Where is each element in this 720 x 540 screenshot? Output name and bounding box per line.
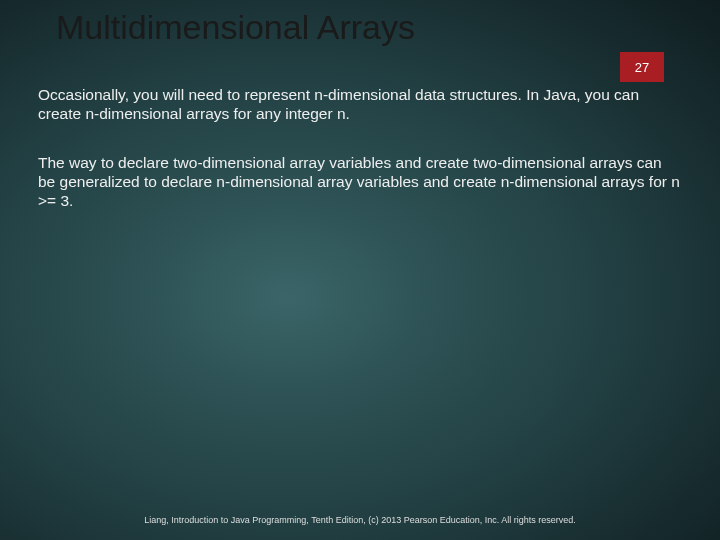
header: Multidimensional Arrays 27 xyxy=(0,0,720,76)
paragraph-2: The way to declare two-dimensional array… xyxy=(38,154,682,211)
page-number-badge: 27 xyxy=(620,52,664,82)
page-title: Multidimensional Arrays xyxy=(56,8,720,47)
paragraph-1: Occasionally, you will need to represent… xyxy=(38,86,682,124)
footer-citation: Liang, Introduction to Java Programming,… xyxy=(0,515,720,526)
body-content: Occasionally, you will need to represent… xyxy=(0,76,720,211)
